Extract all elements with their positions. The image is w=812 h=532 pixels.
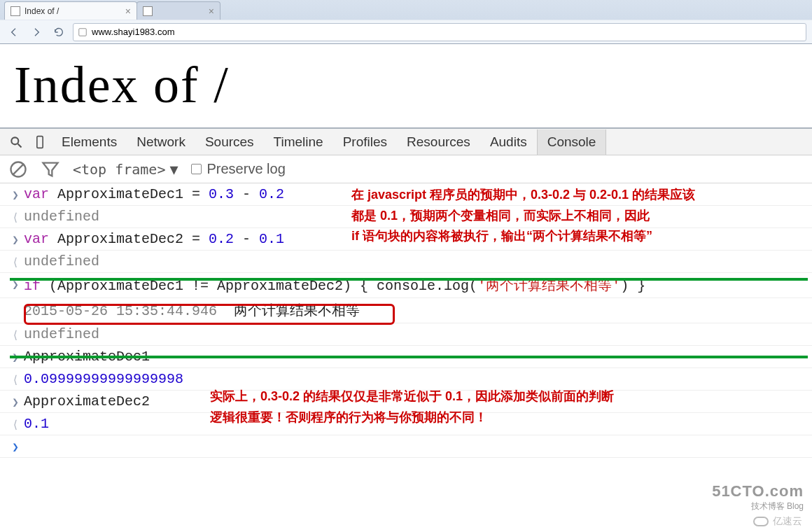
console-code: undefined (24, 209, 99, 225)
filter-button[interactable] (41, 160, 60, 179)
console-code: var ApproximateDec2 = 0.2 - 0.1 (24, 231, 284, 247)
nav-toolbar (0, 20, 812, 43)
frame-selector[interactable]: <top frame> ▼ (73, 161, 178, 178)
reload-icon (53, 27, 64, 38)
svg-rect-0 (79, 28, 87, 36)
page-title: Index of / (14, 55, 798, 115)
preserve-log-label: Preserve log (207, 161, 286, 177)
browser-tab-active[interactable]: Index of / × (4, 1, 137, 20)
arrow-left-icon (8, 27, 20, 38)
console-output[interactable]: 在 javascript 程序员的预期中，0.3-0.2 与 0.2-0.1 的… (0, 183, 812, 458)
devtools-tab-network[interactable]: Network (127, 130, 195, 155)
frame-label: <top frame> (73, 161, 165, 178)
globe-icon (78, 27, 88, 37)
page-content: Index of / (0, 44, 812, 115)
devtools-tab-audits[interactable]: Audits (480, 130, 537, 155)
devtools-tab-bar: Elements Network Sources Timeline Profil… (0, 129, 812, 155)
annotation-text-1: 在 javascript 程序员的预期中，0.3-0.2 与 0.2-0.1 的… (351, 185, 695, 247)
console-line: ❯ (0, 435, 812, 458)
console-code: 0.1 (24, 416, 49, 432)
devtools-tab-profiles[interactable]: Profiles (333, 130, 397, 155)
no-sign-icon (8, 160, 28, 179)
annotation-highlight-box (24, 304, 395, 325)
page-favicon-icon (143, 6, 153, 16)
preserve-log-toggle[interactable]: Preserve log (191, 161, 286, 177)
browser-chrome: Index of / × × (0, 0, 812, 44)
nav-back-button[interactable] (6, 24, 22, 41)
devtools-search-button[interactable] (4, 130, 28, 154)
console-line: ❯if (ApproximateDec1 != ApproximateDec2)… (0, 273, 812, 298)
prompt-arrow-icon: ❯ (7, 393, 24, 410)
devtools-tab-sources[interactable]: Sources (195, 130, 264, 155)
annotation-text-2: 实际上，0.3-0.2 的结果仅仅是非常近似于 0.1，因此添加类似前面的判断 … (210, 386, 614, 428)
arrow-right-icon (31, 27, 42, 38)
devtools-tab-timeline[interactable]: Timeline (264, 130, 333, 155)
watermark-51cto: 51CTO.com 技术博客 Blog (712, 482, 804, 512)
annotation-divider (10, 356, 808, 358)
checkbox-icon[interactable] (191, 164, 202, 174)
cloud-icon (753, 517, 769, 526)
watermark-yisu: 亿速云 (753, 515, 802, 528)
return-arrow-icon: ⟨ (7, 371, 24, 387)
devtools-panel: Elements Network Sources Timeline Profil… (0, 127, 812, 458)
svg-rect-2 (37, 136, 43, 148)
devtools-tab-elements[interactable]: Elements (52, 130, 127, 155)
url-input[interactable] (92, 27, 802, 37)
console-line: ⟨undefined (0, 323, 812, 346)
annotation-divider (10, 278, 808, 281)
return-arrow-icon: ⟨ (7, 416, 24, 432)
nav-reload-button[interactable] (50, 24, 67, 41)
clear-console-button[interactable] (8, 160, 28, 179)
prompt-arrow-icon: ❯ (7, 231, 24, 247)
page-favicon-icon (10, 6, 20, 16)
console-code: undefined (24, 253, 99, 270)
chevron-down-icon: ▼ (169, 161, 178, 178)
console-toolbar: <top frame> ▼ Preserve log (0, 155, 812, 183)
return-arrow-icon: ⟨ (7, 253, 24, 270)
prompt-arrow-icon: ❯ (7, 438, 24, 454)
nav-forward-button[interactable] (28, 24, 45, 41)
funnel-icon (41, 160, 60, 179)
return-arrow-icon: ⟨ (7, 326, 24, 342)
console-code: var ApproximateDec1 = 0.3 - 0.2 (24, 186, 284, 202)
devtools-tab-console[interactable]: Console (537, 130, 607, 155)
console-line: ⟨undefined (0, 251, 812, 273)
tab-close-icon[interactable]: × (125, 6, 131, 16)
devtools-tab-resources[interactable]: Resources (397, 130, 480, 155)
search-icon (9, 135, 23, 149)
console-code: ApproximateDec2 (24, 393, 150, 410)
mobile-icon (33, 135, 47, 149)
tab-bar: Index of / × × (0, 0, 812, 20)
return-arrow-icon: ⟨ (7, 209, 24, 225)
return-arrow-icon (7, 301, 24, 303)
browser-tab-inactive[interactable]: × (136, 1, 220, 20)
tab-close-icon[interactable]: × (209, 6, 214, 16)
svg-point-1 (11, 137, 18, 144)
address-bar[interactable] (73, 23, 806, 41)
devtools-device-button[interactable] (28, 130, 52, 154)
prompt-arrow-icon: ❯ (7, 186, 24, 202)
console-code: 0.09999999999999998 (24, 371, 183, 387)
tab-title: Index of / (24, 6, 59, 16)
console-code: undefined (24, 326, 99, 342)
